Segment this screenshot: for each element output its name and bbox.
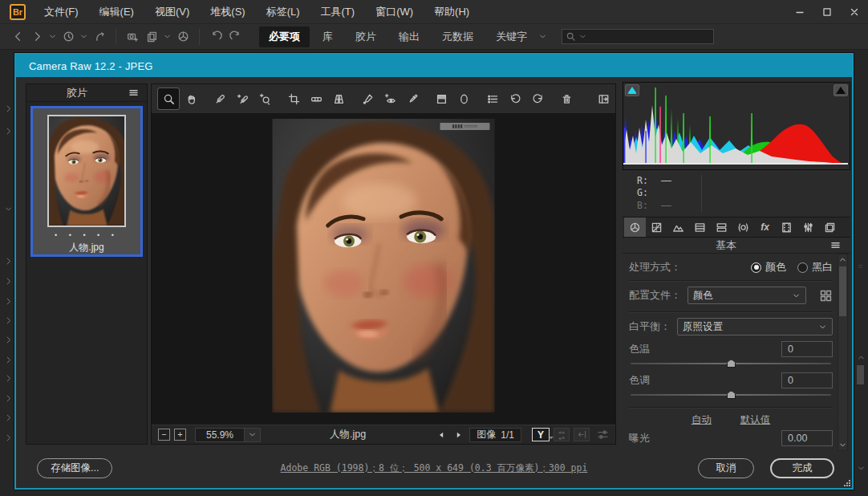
default-link[interactable]: 默认值: [740, 413, 771, 427]
tab-presets[interactable]: [797, 218, 819, 237]
grad-tool[interactable]: [431, 88, 452, 109]
profile-browser-icon[interactable]: [819, 289, 833, 303]
collapsed-panel-chevron-right[interactable]: [4, 297, 13, 306]
filmstrip-menu-button[interactable]: [128, 87, 147, 99]
auto-link[interactable]: 自动: [692, 413, 712, 427]
zoom-level-select[interactable]: 55.9%: [195, 428, 261, 442]
panel-scrollbar-thumb[interactable]: [839, 266, 846, 316]
recent-files-button[interactable]: [59, 28, 78, 46]
copy-settings-button[interactable]: [574, 428, 590, 441]
workspace-dropdown[interactable]: [537, 28, 549, 46]
minimize-button[interactable]: [786, 2, 813, 22]
panel-scrollbar[interactable]: [838, 254, 848, 451]
eyedropper-tool[interactable]: [209, 88, 230, 109]
background-scrollbar-thumb[interactable]: [857, 365, 864, 384]
shadow-clipping-indicator[interactable]: [625, 84, 639, 96]
search-box[interactable]: [562, 29, 714, 44]
menu-工具(T)[interactable]: 工具(T): [310, 2, 366, 22]
preview-photo[interactable]: ▮▮▮▮ ▭▭▭: [273, 119, 495, 413]
nav-dropdown[interactable]: [47, 28, 59, 46]
forward-button[interactable]: [27, 28, 47, 46]
image-canvas[interactable]: ▮▮▮▮ ▭▭▭: [152, 114, 615, 425]
prev-image-button[interactable]: [435, 429, 449, 441]
workspace-tab-元数据[interactable]: 元数据: [432, 26, 483, 47]
close-button[interactable]: [841, 2, 868, 22]
resize-grip[interactable]: [842, 478, 850, 486]
collapsed-panel-chevron-right[interactable]: [4, 356, 13, 364]
save-image-button[interactable]: 存储图像...: [37, 458, 112, 478]
scroll-down-icon[interactable]: [857, 464, 866, 473]
transform-tool[interactable]: [328, 88, 349, 109]
before-after-toggle[interactable]: Y: [532, 428, 550, 441]
rotate-right-button[interactable]: [225, 28, 245, 46]
workspace-tab-必要项[interactable]: 必要项: [259, 26, 310, 47]
collapsed-panel-chevron-right[interactable]: [4, 433, 13, 442]
hand-tool[interactable]: [180, 88, 201, 109]
thumbnail-selected[interactable]: • • • • • 人物.jpg: [30, 106, 143, 257]
recent-dropdown[interactable]: [78, 28, 90, 46]
radio-color[interactable]: [751, 262, 761, 273]
swap-settings-button[interactable]: [554, 428, 570, 441]
wb-select[interactable]: 原照设置: [677, 318, 833, 335]
workspace-tab-关键字[interactable]: 关键字: [486, 26, 537, 47]
menu-编辑(E)[interactable]: 编辑(E): [89, 2, 144, 22]
radio-color-label[interactable]: 颜色: [765, 260, 786, 274]
zoom-level-chevron[interactable]: [245, 428, 261, 442]
tint-input[interactable]: 0: [781, 372, 833, 388]
profile-select[interactable]: 颜色: [688, 287, 806, 304]
collapsed-panel-chevron-right[interactable]: [4, 127, 13, 136]
collapsed-panel-chevron-right[interactable]: [4, 335, 13, 344]
collapsed-panel-chevron-right[interactable]: [4, 316, 13, 325]
collapsed-panel-chevron-right[interactable]: [4, 413, 13, 422]
tab-detail[interactable]: [667, 218, 689, 237]
menu-标签(L)[interactable]: 标签(L): [256, 2, 310, 22]
zoom-in-button[interactable]: +: [174, 429, 186, 441]
tint-slider-thumb[interactable]: [727, 391, 736, 399]
collapsed-panel-chevron-right[interactable]: [4, 104, 13, 113]
tab-basic[interactable]: [624, 218, 646, 237]
brush-tool[interactable]: [402, 88, 423, 109]
menu-堆栈(S)[interactable]: 堆栈(S): [200, 2, 255, 22]
workspace-tab-库[interactable]: 库: [313, 26, 343, 47]
toggle-settings-button[interactable]: [597, 429, 609, 441]
heal-tool[interactable]: [357, 88, 378, 109]
menu-窗口(W)[interactable]: 窗口(W): [365, 2, 424, 22]
next-image-button[interactable]: [451, 429, 465, 441]
workflow-options-link[interactable]: Adobe RGB (1998)；8 位； 500 x 649 (0.3 百万像…: [281, 462, 588, 474]
tab-tone-curve[interactable]: [646, 218, 667, 237]
collapsed-panel-chevron-right[interactable]: [4, 394, 13, 403]
radial-tool[interactable]: [453, 88, 474, 109]
collapsed-panel-chevron-right[interactable]: [4, 277, 13, 286]
panel-grip[interactable]: ⁙: [858, 263, 864, 270]
zoom-out-button[interactable]: −: [158, 429, 170, 441]
eyedropper-plus-tool[interactable]: [232, 88, 253, 109]
workspace-tab-输出[interactable]: 输出: [389, 26, 429, 47]
collapsed-panel-chevron-down[interactable]: [4, 205, 13, 213]
panel-toggle-tool[interactable]: [593, 88, 614, 109]
cancel-button[interactable]: 取消: [698, 458, 754, 478]
boomerang-button[interactable]: [90, 28, 109, 46]
tab-lens-corrections[interactable]: [732, 218, 754, 237]
tab-hsl-grayscale[interactable]: [689, 218, 711, 237]
radio-bw[interactable]: [797, 262, 808, 273]
open-in-camera-raw-button[interactable]: [173, 28, 193, 46]
rotate-cw-tool[interactable]: [527, 88, 548, 109]
get-photos-button[interactable]: [123, 28, 142, 46]
collapsed-panel-chevron-right[interactable]: [4, 257, 13, 266]
maximize-button[interactable]: [813, 2, 841, 22]
menu-帮助(H)[interactable]: 帮助(H): [424, 2, 480, 22]
radio-bw-label[interactable]: 黑白: [812, 260, 833, 274]
scroll-up-icon[interactable]: [838, 254, 847, 265]
tab-effects[interactable]: fx: [754, 218, 776, 237]
trash-tool[interactable]: [556, 88, 577, 109]
menu-文件(F)[interactable]: 文件(F): [34, 2, 89, 22]
highlight-clipping-indicator[interactable]: [834, 84, 848, 96]
level-tool[interactable]: [306, 88, 327, 109]
temp-slider-thumb[interactable]: [727, 360, 736, 368]
refine-dropdown[interactable]: [161, 28, 173, 46]
workspace-tab-胶片[interactable]: 胶片: [346, 26, 386, 47]
back-button[interactable]: [8, 28, 27, 46]
exposure-input[interactable]: 0.00: [781, 430, 833, 446]
bridge-logo[interactable]: Br: [10, 4, 26, 20]
rotate-left-button[interactable]: [206, 28, 225, 46]
